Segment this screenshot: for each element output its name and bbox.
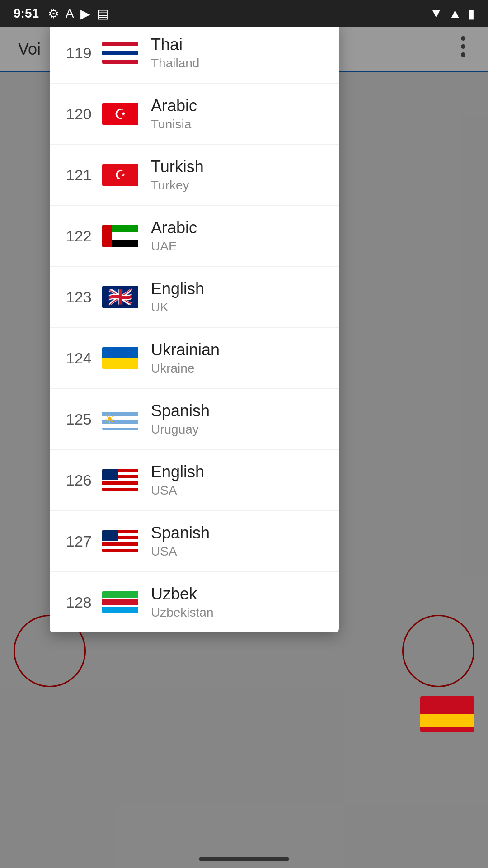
item-language-name: Turkish [151, 157, 204, 176]
settings-icon: ⚙ [48, 6, 59, 21]
item-flag [102, 42, 138, 64]
item-flag [102, 103, 138, 125]
language-item[interactable]: 120 Arabic Tunisia [50, 84, 339, 145]
bottom-indicator [199, 857, 289, 861]
item-country-name: Thailand [151, 56, 199, 71]
bg-flag-bottom-right [420, 696, 474, 732]
item-language-name: Arabic [151, 96, 197, 115]
battery-icon: ▮ [468, 6, 474, 21]
item-language-name: Uzbek [151, 585, 214, 604]
item-number: 124 [66, 349, 102, 367]
item-language-name: English [151, 462, 204, 481]
item-text: Spanish USA [151, 524, 210, 559]
item-flag [102, 591, 138, 613]
item-language-name: Thai [151, 35, 199, 54]
item-number: 125 [66, 410, 102, 428]
item-country-name: Uzbekistan [151, 605, 214, 620]
item-text: Arabic Tunisia [151, 96, 197, 132]
item-number: 121 [66, 166, 102, 184]
item-text: Arabic UAE [151, 218, 197, 254]
item-number: 120 [66, 105, 102, 123]
item-text: English UK [151, 279, 204, 315]
item-country-name: UAE [151, 239, 197, 254]
item-number: 122 [66, 227, 102, 245]
item-number: 126 [66, 472, 102, 489]
item-number: 119 [66, 44, 102, 62]
item-flag [102, 225, 138, 247]
signal-icon: ▲ [449, 6, 461, 21]
item-text: Uzbek Uzbekistan [151, 585, 214, 620]
item-language-name: Arabic [151, 218, 197, 237]
language-item[interactable]: 126 English USA [50, 450, 339, 511]
item-language-name: Spanish [151, 401, 210, 420]
status-bar: 9:51 ⚙ A ▶ ▤ ▼ ▲ ▮ [0, 0, 488, 27]
language-item[interactable]: 119 Thai Thailand [50, 23, 339, 84]
item-text: English USA [151, 462, 204, 498]
item-number: 128 [66, 594, 102, 611]
item-text: Turkish Turkey [151, 157, 204, 193]
item-language-name: English [151, 279, 204, 298]
item-text: Ukrainian Ukraine [151, 340, 220, 376]
item-flag [102, 469, 138, 491]
language-dropdown: 119 Thai Thailand 120 Arabic Tunisia 121… [50, 23, 339, 632]
status-right-icons: ▼ ▲ ▮ [430, 6, 474, 21]
language-item[interactable]: 128 Uzbek Uzbekistan [50, 572, 339, 632]
item-language-name: Spanish [151, 524, 210, 542]
language-item[interactable]: 127 Spanish USA [50, 511, 339, 572]
item-flag [102, 408, 138, 430]
item-flag [102, 164, 138, 186]
language-item[interactable]: 125 Spanish Uruguay [50, 389, 339, 450]
item-flag [102, 347, 138, 369]
item-text: Spanish Uruguay [151, 401, 210, 437]
item-flag [102, 530, 138, 552]
item-text: Thai Thailand [151, 35, 199, 71]
status-icons: ⚙ A ▶ ▤ [48, 6, 108, 21]
menu-icon: ▤ [97, 6, 108, 21]
item-country-name: Tunisia [151, 117, 197, 132]
language-item[interactable]: 123 English UK [50, 267, 339, 328]
item-country-name: Uruguay [151, 422, 210, 437]
item-country-name: Ukraine [151, 361, 220, 376]
a-icon: A [66, 6, 74, 21]
wifi-icon: ▼ [430, 6, 443, 21]
item-flag [102, 286, 138, 308]
item-country-name: UK [151, 300, 204, 315]
play-icon: ▶ [80, 6, 90, 21]
item-language-name: Ukrainian [151, 340, 220, 359]
status-time: 9:51 [14, 6, 39, 21]
language-item[interactable]: 121 Turkish Turkey [50, 145, 339, 206]
item-country-name: USA [151, 544, 210, 559]
language-item[interactable]: 124 Ukrainian Ukraine [50, 328, 339, 389]
item-country-name: USA [151, 483, 204, 498]
item-country-name: Turkey [151, 178, 204, 193]
item-number: 123 [66, 288, 102, 306]
language-item[interactable]: 122 Arabic UAE [50, 206, 339, 267]
item-number: 127 [66, 533, 102, 550]
